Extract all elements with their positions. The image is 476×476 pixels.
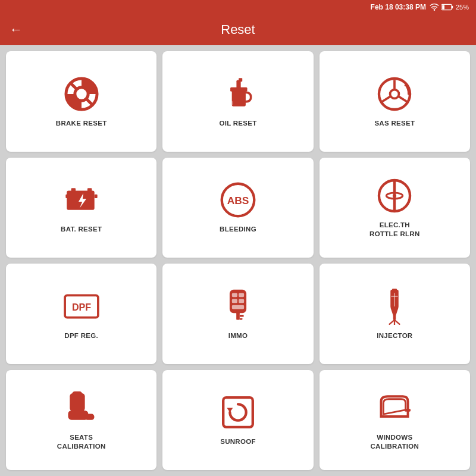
seats-calibration-icon [61, 388, 102, 428]
svg-rect-40 [236, 312, 240, 320]
dpf-reg-icon: DPF [61, 286, 102, 327]
oil-reset-icon [218, 74, 258, 114]
sunroof-card[interactable]: SUNROOF [162, 370, 313, 471]
immo-icon [218, 286, 258, 327]
svg-point-13 [230, 101, 233, 105]
svg-point-15 [390, 89, 399, 98]
svg-rect-39 [232, 305, 244, 309]
brake-reset-icon [61, 74, 102, 114]
grid-row-3: DPF DPF REG. [6, 264, 470, 364]
svg-rect-21 [94, 195, 97, 198]
svg-rect-35 [232, 293, 237, 297]
svg-text:DPF: DPF [72, 302, 91, 312]
injector-icon [374, 286, 415, 327]
brake-reset-label: BRAKE RESET [56, 119, 107, 128]
svg-rect-38 [239, 299, 244, 303]
main-content: BRAKE RESET OIL RESET [0, 45, 476, 476]
status-time: Feb 18 03:38 PM [371, 3, 426, 11]
battery-percent: 25% [456, 4, 469, 11]
bleeding-card[interactable]: ABS BLEEDING [162, 158, 313, 258]
sunroof-label: SUNROOF [220, 437, 256, 446]
svg-rect-23 [71, 188, 75, 192]
svg-rect-45 [393, 315, 396, 320]
grid-row-1: BRAKE RESET OIL RESET [6, 51, 470, 152]
immo-label: IMMO [228, 331, 248, 340]
bat-reset-card[interactable]: BAT. RESET [6, 158, 156, 258]
svg-point-31 [393, 194, 396, 198]
bat-reset-icon [61, 180, 102, 220]
battery-icon [441, 4, 453, 11]
svg-line-46 [390, 320, 394, 324]
svg-rect-41 [240, 315, 244, 317]
svg-line-48 [394, 320, 399, 324]
svg-rect-1 [452, 6, 453, 9]
svg-rect-22 [65, 195, 68, 198]
elec-throttle-label: ELEC.THROTTLE RLRN [369, 221, 419, 239]
svg-line-5 [70, 83, 77, 89]
svg-text:ABS: ABS [227, 195, 249, 207]
windows-calibration-card[interactable]: WINDOWSCALIBRATION [320, 370, 470, 471]
brake-reset-card[interactable]: BRAKE RESET [6, 51, 156, 152]
svg-rect-42 [240, 318, 243, 320]
grid-row-2: BAT. RESET ABS BLEEDING [6, 158, 470, 258]
windows-calibration-icon [374, 388, 415, 428]
oil-reset-card[interactable]: OIL RESET [162, 51, 313, 152]
bat-reset-label: BAT. RESET [61, 225, 102, 234]
page-title: Reset [32, 22, 444, 37]
svg-marker-44 [391, 307, 399, 315]
dpf-reg-label: DPF REG. [64, 331, 98, 340]
svg-rect-9 [232, 89, 246, 106]
svg-rect-36 [239, 293, 244, 297]
svg-rect-37 [232, 299, 237, 303]
app-header: ← Reset [0, 14, 476, 45]
svg-line-17 [382, 96, 390, 102]
svg-marker-57 [227, 408, 233, 412]
sas-reset-label: SAS RESET [374, 119, 415, 128]
dpf-reg-card[interactable]: DPF DPF REG. [6, 264, 156, 364]
elec-throttle-icon [374, 176, 415, 216]
svg-rect-49 [392, 289, 397, 292]
bleeding-label: BLEEDING [220, 225, 256, 234]
wifi-icon [430, 4, 439, 11]
svg-rect-54 [84, 414, 94, 419]
status-icons: 25% [430, 4, 469, 11]
oil-reset-label: OIL RESET [219, 119, 256, 128]
svg-rect-58 [405, 409, 411, 412]
sas-reset-card[interactable]: SAS RESET [320, 51, 470, 152]
svg-line-18 [399, 96, 408, 102]
sas-reset-icon [374, 74, 415, 114]
immo-card[interactable]: IMMO [162, 264, 313, 364]
status-bar: Feb 18 03:38 PM 25% [0, 0, 476, 14]
svg-rect-55 [72, 392, 82, 397]
back-button[interactable]: ← [10, 22, 23, 37]
seats-calibration-label: SEATSCALIBRATION [57, 433, 106, 451]
injector-card[interactable]: INJECTOR [320, 264, 470, 364]
windows-calibration-label: WINDOWSCALIBRATION [370, 433, 419, 451]
svg-rect-12 [239, 78, 242, 82]
grid-row-4: SEATSCALIBRATION SUNROOF [6, 370, 470, 471]
elec-throttle-card[interactable]: ELEC.THROTTLE RLRN [320, 158, 470, 258]
svg-rect-2 [442, 5, 444, 10]
seats-calibration-card[interactable]: SEATSCALIBRATION [6, 370, 156, 471]
injector-label: INJECTOR [377, 331, 412, 340]
svg-rect-24 [87, 188, 92, 192]
svg-rect-56 [223, 397, 253, 427]
svg-line-6 [86, 98, 92, 105]
sunroof-icon [218, 392, 258, 433]
bleeding-icon: ABS [218, 180, 258, 220]
